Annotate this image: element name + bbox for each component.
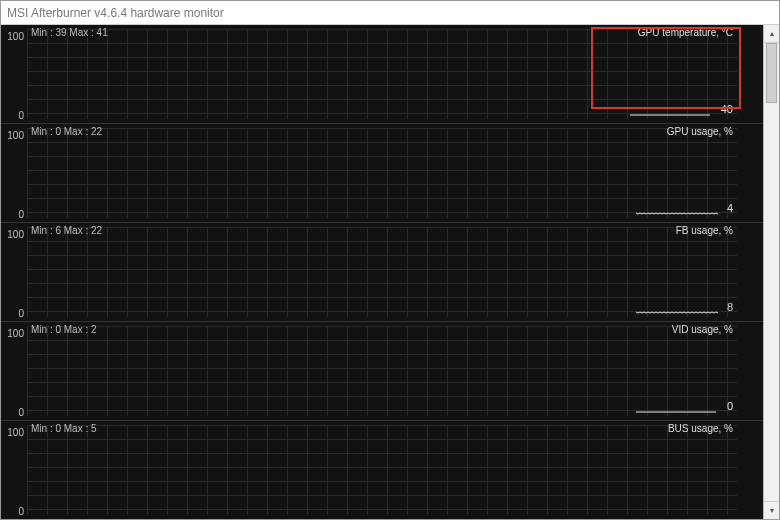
y-axis-top: 100: [7, 130, 24, 141]
series-label: GPU temperature, °C: [638, 27, 733, 38]
window-titlebar[interactable]: MSI Afterburner v4.6.4 hardware monitor: [1, 1, 779, 25]
current-value: 8: [631, 297, 733, 317]
current-value-number: 4: [727, 202, 733, 214]
scroll-up-button[interactable]: ▴: [764, 25, 779, 43]
y-axis-top: 100: [7, 427, 24, 438]
current-value-number: 8: [727, 301, 733, 313]
y-axis-bottom: 0: [18, 308, 24, 319]
y-axis: 100 0: [1, 124, 27, 222]
current-value-number: 0: [727, 400, 733, 412]
minmax-label: Min : 0 Max : 22: [31, 126, 102, 137]
monitor-panel-vid-usage[interactable]: 100 0 Min : 0 Max : 2 VID usage, % 0: [1, 321, 763, 420]
series-label: VID usage, %: [672, 324, 733, 335]
minmax-label: Min : 6 Max : 22: [31, 225, 102, 236]
scroll-track[interactable]: [764, 43, 779, 501]
series-label: FB usage, %: [676, 225, 733, 236]
y-axis-bottom: 0: [18, 110, 24, 121]
y-axis: 100 0: [1, 322, 27, 420]
vertical-scrollbar[interactable]: ▴ ▾: [763, 25, 779, 519]
series-label: BUS usage, %: [668, 423, 733, 434]
current-value: 0: [631, 396, 733, 416]
series-label: GPU usage, %: [667, 126, 733, 137]
monitor-panel-fb-usage[interactable]: 100 0 Min : 6 Max : 22 FB usage, % 8: [1, 222, 763, 321]
chart-grid: [1, 421, 763, 519]
y-axis: 100 0: [1, 25, 27, 123]
client-area: 100 0 Min : 39 Max : 41 GPU temperature,…: [1, 25, 779, 519]
y-axis-bottom: 0: [18, 506, 24, 517]
y-axis: 100 0: [1, 223, 27, 321]
monitor-panel-bus-usage[interactable]: 100 0 Min : 0 Max : 5 BUS usage, %: [1, 420, 763, 519]
y-axis-top: 100: [7, 31, 24, 42]
window-title: MSI Afterburner v4.6.4 hardware monitor: [7, 6, 224, 20]
minmax-label: Min : 39 Max : 41: [31, 27, 108, 38]
y-axis-top: 100: [7, 328, 24, 339]
minmax-label: Min : 0 Max : 2: [31, 324, 97, 335]
y-axis-bottom: 0: [18, 209, 24, 220]
y-axis-bottom: 0: [18, 407, 24, 418]
y-axis-top: 100: [7, 229, 24, 240]
panel-stack: 100 0 Min : 39 Max : 41 GPU temperature,…: [1, 25, 763, 519]
monitor-panel-gpu-temp[interactable]: 100 0 Min : 39 Max : 41 GPU temperature,…: [1, 25, 763, 123]
scroll-thumb[interactable]: [766, 43, 777, 103]
y-axis: 100 0: [1, 421, 27, 519]
current-value: 4: [631, 198, 733, 218]
minmax-label: Min : 0 Max : 5: [31, 423, 97, 434]
monitor-panel-gpu-usage[interactable]: 100 0 Min : 0 Max : 22 GPU usage, % 4: [1, 123, 763, 222]
app-window: MSI Afterburner v4.6.4 hardware monitor …: [0, 0, 780, 520]
current-value-number: 40: [721, 103, 733, 115]
current-value: 40: [625, 99, 733, 119]
scroll-down-button[interactable]: ▾: [764, 501, 779, 519]
